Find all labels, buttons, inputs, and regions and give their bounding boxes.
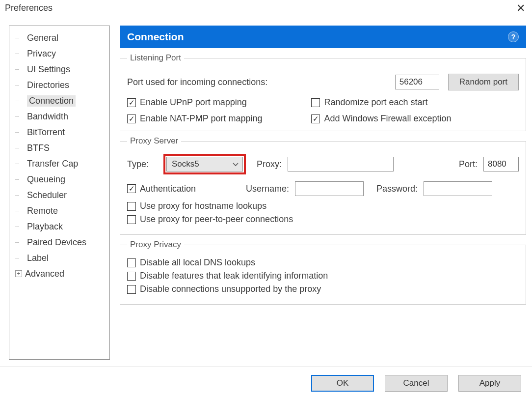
settings-panel: Connection ? Listening Port Port used fo… <box>120 26 526 360</box>
tree-item-advanced[interactable]: +Advanced <box>11 266 107 282</box>
chevron-down-icon <box>233 159 239 169</box>
tree-item-privacy[interactable]: ┈Privacy <box>11 46 107 61</box>
leak-checkbox[interactable]: Disable features that leak identifying i… <box>127 271 328 281</box>
p2p-checkbox[interactable]: Use proxy for peer-to-peer connections <box>127 214 293 225</box>
natpmp-label: Enable NAT-PMP port mapping <box>140 114 262 124</box>
panel-header: Connection ? <box>120 26 526 48</box>
apply-button[interactable]: Apply <box>458 375 521 392</box>
tree-branch-icon: ┈ <box>15 207 27 215</box>
proxy-host-input[interactable] <box>288 157 394 171</box>
help-icon[interactable]: ? <box>508 31 519 42</box>
tree-branch-icon: ┈ <box>15 255 27 262</box>
firewall-checkbox[interactable]: ✓ Add Windows Firewall exception <box>311 114 451 124</box>
proxy-server-group: Proxy Server Type: Socks5 Proxy: Port: <box>120 136 526 235</box>
checkbox-icon: ✓ <box>311 114 320 123</box>
tree-item-label: Privacy <box>27 49 56 59</box>
proxy-server-legend: Proxy Server <box>127 136 181 146</box>
hostname-lookup-label: Use proxy for hostname lookups <box>140 201 266 211</box>
listening-port-group: Listening Port Port used for incoming co… <box>120 53 526 131</box>
dns-label: Disable all local DNS lookups <box>140 257 255 268</box>
cancel-button[interactable]: Cancel <box>385 375 448 392</box>
password-input[interactable] <box>424 181 492 196</box>
tree-branch-icon: ┈ <box>15 176 27 183</box>
tree-item-general[interactable]: ┈General <box>11 30 107 46</box>
proxy-privacy-legend: Proxy Privacy <box>127 240 184 250</box>
tree-item-label: Label <box>27 253 49 263</box>
tree-branch-icon: ┈ <box>15 239 27 246</box>
tree-branch-icon: ┈ <box>15 144 27 152</box>
tree-item-label: Transfer Cap <box>27 159 78 169</box>
close-icon[interactable]: ✕ <box>514 3 527 14</box>
checkbox-icon <box>127 272 136 281</box>
unsupported-label: Disable connections unsupported by the p… <box>140 284 321 294</box>
window-titlebar: Preferences ✕ <box>0 0 532 16</box>
ok-button[interactable]: OK <box>311 375 374 392</box>
randomize-label: Randomize port each start <box>324 97 427 108</box>
tree-item-label: Queueing <box>27 174 65 185</box>
checkbox-icon <box>127 215 136 224</box>
tree-item-btfs[interactable]: ┈BTFS <box>11 140 107 156</box>
tree-item-connection[interactable]: ┈Connection <box>11 93 107 109</box>
tree-item-ui-settings[interactable]: ┈UI Settings <box>11 61 107 77</box>
natpmp-checkbox[interactable]: ✓ Enable NAT-PMP port mapping <box>127 114 262 124</box>
tree-item-bandwidth[interactable]: ┈Bandwidth <box>11 109 107 124</box>
proxy-type-highlight: Socks5 <box>163 154 246 174</box>
upnp-label: Enable UPnP port mapping <box>140 97 247 108</box>
random-port-button[interactable]: Random port <box>448 74 519 90</box>
proxy-port-input[interactable] <box>483 157 519 171</box>
tree-branch-icon: ┈ <box>15 113 27 120</box>
checkbox-icon: ✓ <box>127 114 136 123</box>
listening-port-legend: Listening Port <box>127 53 184 63</box>
checkbox-icon <box>127 202 136 211</box>
proxy-privacy-group: Proxy Privacy Disable all local DNS look… <box>120 240 526 305</box>
proxy-host-label: Proxy: <box>257 159 282 170</box>
tree-branch-icon: ┈ <box>15 192 27 199</box>
port-input[interactable] <box>395 75 439 89</box>
tree-item-bittorrent[interactable]: ┈BitTorrent <box>11 124 107 140</box>
unsupported-checkbox[interactable]: Disable connections unsupported by the p… <box>127 284 321 294</box>
tree-item-label: Playback <box>27 222 63 232</box>
p2p-label: Use proxy for peer-to-peer connections <box>140 214 293 225</box>
checkbox-icon: ✓ <box>127 184 136 193</box>
tree-item-playback[interactable]: ┈Playback <box>11 219 107 234</box>
tree-item-queueing[interactable]: ┈Queueing <box>11 171 107 187</box>
randomize-checkbox[interactable]: Randomize port each start <box>311 97 451 108</box>
tree-item-paired-devices[interactable]: ┈Paired Devices <box>11 234 107 250</box>
checkbox-icon <box>311 98 320 107</box>
tree-item-label: Advanced <box>25 269 64 279</box>
upnp-checkbox[interactable]: ✓ Enable UPnP port mapping <box>127 97 262 108</box>
tree-branch-icon: ┈ <box>15 34 27 42</box>
expand-icon[interactable]: + <box>15 270 22 277</box>
tree-item-label: Bandwidth <box>27 112 68 122</box>
dns-checkbox[interactable]: Disable all local DNS lookups <box>127 257 255 268</box>
tree-branch-icon: ┈ <box>15 82 27 89</box>
tree-item-transfer-cap[interactable]: ┈Transfer Cap <box>11 156 107 171</box>
checkbox-icon <box>127 258 136 267</box>
tree-item-label: Paired Devices <box>27 237 86 248</box>
dialog-button-row: OK Cancel Apply <box>0 367 532 392</box>
proxy-type-label: Type: <box>127 159 158 170</box>
proxy-type-select[interactable]: Socks5 <box>166 157 243 171</box>
tree-branch-icon: ┈ <box>15 129 27 136</box>
tree-item-scheduler[interactable]: ┈Scheduler <box>11 187 107 203</box>
tree-item-label: BitTorrent <box>27 127 65 138</box>
proxy-type-value: Socks5 <box>172 159 199 169</box>
tree-item-label[interactable]: ┈Label <box>11 250 107 266</box>
auth-label: Authentication <box>140 184 196 194</box>
auth-checkbox[interactable]: ✓ Authentication <box>127 184 240 194</box>
proxy-port-label: Port: <box>459 159 478 170</box>
tree-item-label: Directories <box>27 80 69 90</box>
tree-item-label: Scheduler <box>27 190 67 200</box>
checkbox-icon: ✓ <box>127 98 136 107</box>
window-title: Preferences <box>5 3 53 13</box>
tree-branch-icon: ┈ <box>15 66 27 73</box>
firewall-label: Add Windows Firewall exception <box>324 114 451 124</box>
checkbox-icon <box>127 285 136 294</box>
category-tree: ┈General┈Privacy┈UI Settings┈Directories… <box>9 26 110 360</box>
tree-item-label: UI Settings <box>27 64 70 75</box>
username-input[interactable] <box>295 181 364 196</box>
tree-item-label: Remote <box>27 206 58 216</box>
hostname-lookup-checkbox[interactable]: Use proxy for hostname lookups <box>127 201 266 211</box>
tree-item-directories[interactable]: ┈Directories <box>11 77 107 93</box>
tree-item-remote[interactable]: ┈Remote <box>11 203 107 219</box>
